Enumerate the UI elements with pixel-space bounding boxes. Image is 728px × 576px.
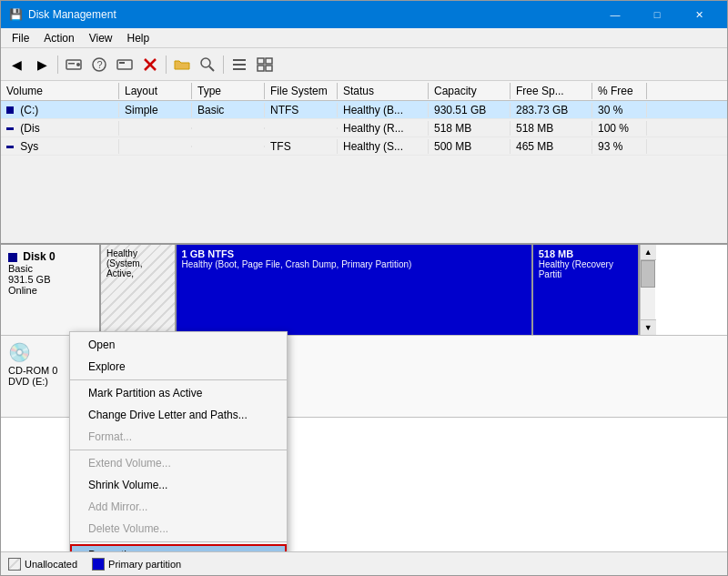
app-icon: 💾	[8, 7, 23, 22]
settings-button[interactable]	[228, 53, 251, 76]
cell-layout-0: Simple	[119, 103, 192, 117]
ctx-sep-2	[70, 450, 287, 450]
svg-rect-13	[233, 68, 246, 70]
table-row[interactable]: (Dis Healthy (R... 518 MB 518 MB 100 %	[1, 119, 727, 137]
window-controls: — □ ✕	[594, 1, 720, 28]
ctx-extend-volume: Extend Volume...	[70, 452, 287, 474]
main-window: 💾 Disk Management — □ ✕ File Action View…	[0, 0, 728, 576]
scroll-down-button[interactable]: ▼	[641, 319, 656, 335]
cell-volume-1: (Dis	[1, 121, 119, 136]
minimize-button[interactable]: —	[594, 1, 636, 28]
disk-0-name: Disk 0	[8, 250, 92, 263]
ctx-delete-volume: Delete Volume...	[70, 518, 287, 540]
ctx-add-mirror: Add Mirror...	[70, 496, 287, 518]
col-header-volume: Volume	[1, 83, 119, 99]
view-button[interactable]	[253, 53, 277, 76]
cell-fs-0: NTFS	[265, 103, 338, 117]
table-row[interactable]: (C:) Simple Basic NTFS Healthy (B... 930…	[1, 101, 727, 119]
help-button[interactable]: ?	[87, 53, 111, 76]
table-body: (C:) Simple Basic NTFS Healthy (B... 930…	[1, 101, 727, 156]
vertical-scrollbar[interactable]: ▲ ▼	[640, 245, 655, 335]
legend-primary: Primary partition	[92, 558, 181, 571]
toolbar-separator-2	[166, 56, 167, 74]
disk-0-partitions: Healthy (System, Active, 1 GB NTFS Healt…	[101, 245, 727, 335]
toolbar-separator-1	[57, 56, 58, 74]
cell-type-2	[192, 146, 265, 147]
menu-view[interactable]: View	[82, 30, 120, 46]
menu-file[interactable]: File	[5, 30, 36, 46]
table-header: Volume Layout Type File System Status Ca…	[1, 81, 727, 101]
cell-layout-1	[119, 127, 192, 129]
col-header-type: Type	[192, 83, 265, 99]
cell-fs-2: TFS	[265, 139, 338, 154]
disk-mgmt-button[interactable]	[62, 53, 86, 76]
svg-point-9	[201, 58, 210, 67]
scroll-thumb[interactable]	[641, 260, 655, 288]
ctx-change-letter[interactable]: Change Drive Letter and Paths...	[70, 404, 287, 426]
scroll-track	[641, 260, 655, 319]
cell-capacity-0: 930.51 GB	[429, 103, 511, 117]
cell-pctfree-0: 30 %	[592, 103, 647, 117]
close-button[interactable]: ✕	[678, 1, 720, 28]
disk-0-size: 931.5 GB	[8, 274, 92, 285]
volume-table: Volume Layout Type File System Status Ca…	[1, 81, 727, 245]
ctx-sep-1	[70, 379, 287, 380]
ctx-open[interactable]: Open	[70, 334, 287, 356]
ctx-format: Format...	[70, 426, 287, 448]
menu-bar: File Action View Help	[1, 28, 727, 48]
menu-help[interactable]: Help	[120, 30, 157, 46]
disk-0-type: Basic	[8, 263, 92, 274]
content-area: Volume Layout Type File System Status Ca…	[1, 81, 727, 575]
forward-button[interactable]: ▶	[30, 53, 54, 76]
partition-recovery[interactable]: 518 MB Healthy (Recovery Partiti	[533, 245, 640, 335]
legend-unalloc-label: Unallocated	[25, 559, 77, 570]
svg-rect-16	[258, 66, 264, 71]
cell-pctfree-1: 100 %	[592, 121, 647, 136]
menu-action[interactable]: Action	[36, 30, 81, 46]
ctx-sep-3	[70, 541, 287, 542]
col-header-fs: File System	[265, 83, 338, 99]
toolbar: ◀ ▶ ?	[1, 48, 727, 81]
context-menu: Open Explore Mark Partition as Active Ch…	[69, 331, 288, 551]
title-bar: 💾 Disk Management — □ ✕	[1, 1, 727, 28]
cell-freesp-2: 465 MB	[511, 139, 592, 154]
ctx-shrink-volume[interactable]: Shrink Volume...	[70, 474, 287, 496]
legend-unalloc-box	[8, 558, 21, 571]
search-button[interactable]	[196, 53, 219, 76]
svg-rect-15	[266, 58, 272, 64]
col-header-layout: Layout	[119, 83, 192, 99]
cell-freesp-0: 283.73 GB	[511, 103, 592, 117]
table-row[interactable]: Sys TFS Healthy (S... 500 MB 465 MB 93 %	[1, 137, 727, 156]
ctx-explore[interactable]: Explore	[70, 356, 287, 378]
disk-0-status: Online	[8, 285, 92, 296]
cell-status-0: Healthy (B...	[338, 103, 429, 117]
partition-primary-boot[interactable]: 1 GB NTFS Healthy (Boot, Page File, Cras…	[177, 245, 533, 335]
svg-point-1	[76, 63, 80, 66]
ctx-properties[interactable]: Properties	[70, 544, 287, 551]
cell-capacity-2: 500 MB	[429, 139, 511, 154]
cell-layout-2	[119, 146, 192, 147]
disk-0-row: Disk 0 Basic 931.5 GB Online Healthy (Sy…	[1, 245, 727, 336]
cell-status-2: Healthy (S...	[338, 139, 429, 154]
svg-rect-5	[117, 60, 132, 69]
maximize-button[interactable]: □	[636, 1, 678, 28]
folder-button[interactable]	[170, 53, 194, 76]
tool-button-1[interactable]	[113, 53, 136, 76]
disk-panels-area: Disk 0 Basic 931.5 GB Online Healthy (Sy…	[1, 245, 727, 551]
disk-0-label: Disk 0 Basic 931.5 GB Online	[1, 245, 101, 335]
window-title: Disk Management	[28, 8, 594, 21]
svg-rect-11	[233, 59, 246, 61]
back-button[interactable]: ◀	[5, 53, 28, 76]
cell-volume-2: Sys	[1, 139, 119, 154]
ctx-mark-active[interactable]: Mark Partition as Active	[70, 382, 287, 404]
col-header-status: Status	[338, 83, 429, 99]
delete-button[interactable]	[138, 53, 162, 76]
legend-bar: Unallocated Primary partition	[1, 551, 727, 575]
legend-primary-label: Primary partition	[108, 559, 181, 570]
partition-unalloc[interactable]: Healthy (System, Active,	[101, 245, 177, 335]
scroll-up-button[interactable]: ▲	[641, 245, 656, 260]
svg-rect-2	[68, 63, 75, 65]
svg-rect-6	[119, 62, 125, 64]
cell-capacity-1: 518 MB	[429, 121, 511, 136]
toolbar-separator-3	[223, 56, 224, 74]
